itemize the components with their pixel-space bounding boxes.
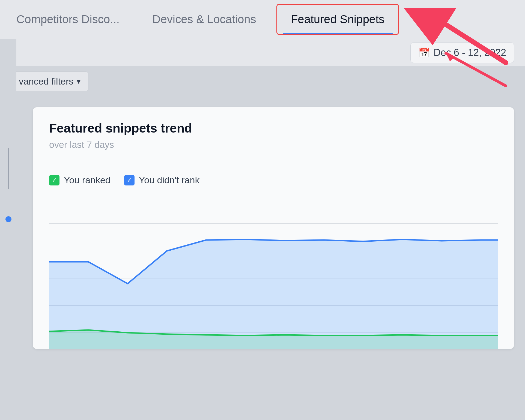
date-range-label: Dec 6 - 12, 2022 <box>434 47 506 58</box>
trend-chart <box>49 196 498 349</box>
legend-ranked-checkbox: ✓ <box>49 175 59 185</box>
legend-not-ranked-checkbox: ✓ <box>124 175 135 185</box>
chart-legend: ✓ You ranked ✓ You didn't rank <box>49 175 498 185</box>
chart-svg <box>49 196 498 349</box>
date-picker-button[interactable]: 📅 Dec 6 - 12, 2022 <box>410 42 514 63</box>
advanced-filters-label: vanced filters <box>19 76 73 87</box>
sidebar-dot <box>5 216 11 222</box>
date-filter-bar: 📅 Dec 6 - 12, 2022 <box>0 39 525 66</box>
calendar-icon: 📅 <box>418 47 430 58</box>
legend-ranked: ✓ You ranked <box>49 175 111 185</box>
filters-bar: vanced filters ▾ <box>0 66 525 96</box>
chevron-down-icon: ▾ <box>77 77 80 86</box>
tab-featured-snippets[interactable]: Featured Snippets <box>276 4 399 35</box>
main-content: Featured snippets trend over last 7 days… <box>16 96 525 360</box>
legend-not-ranked: ✓ You didn't rank <box>124 175 200 185</box>
sidebar-line <box>8 148 9 189</box>
legend-ranked-label: You ranked <box>64 175 111 185</box>
card-title: Featured snippets trend <box>49 121 498 136</box>
chart-top-divider <box>49 164 498 164</box>
featured-snippets-card: Featured snippets trend over last 7 days… <box>33 107 514 349</box>
advanced-filters-button[interactable]: vanced filters ▾ <box>11 71 88 91</box>
tab-devices[interactable]: Devices & Locations <box>136 0 273 39</box>
tab-competitors[interactable]: Competitors Disco... <box>0 0 136 39</box>
tab-bar: Competitors Disco... Devices & Locations… <box>0 0 525 39</box>
card-subtitle: over last 7 days <box>49 139 498 150</box>
legend-not-ranked-label: You didn't rank <box>139 175 200 185</box>
sidebar-partial <box>0 39 16 420</box>
